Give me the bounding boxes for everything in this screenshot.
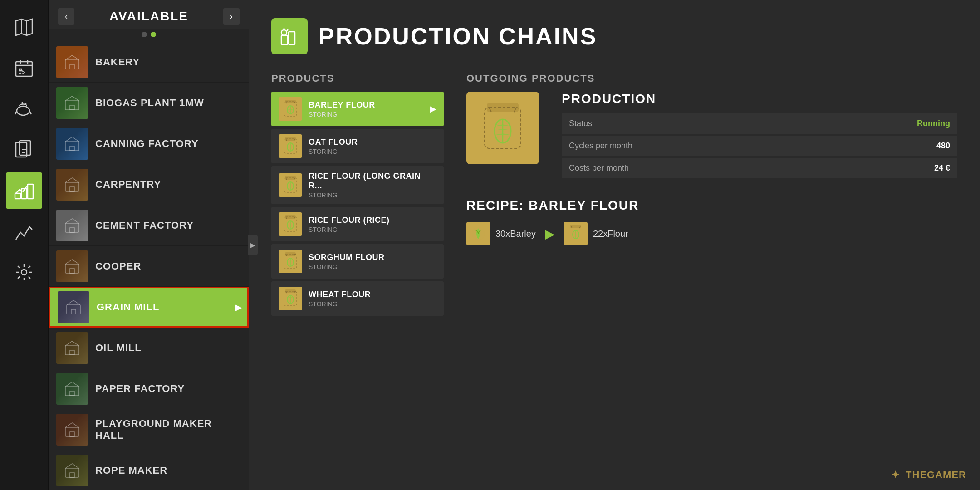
costs-row: Costs per month 24 € <box>562 158 957 178</box>
production-header: PRODUCTION CHAINS <box>271 18 957 54</box>
svg-rect-12 <box>70 105 74 110</box>
product-item-sorghum_flour[interactable]: SORGHUM FLOUR STORING <box>271 244 444 279</box>
product-name-rice_flour_long: RICE FLOUR (LONG GRAIN R... <box>309 172 436 191</box>
outgoing-column: OUTGOING PRODUCTS <box>466 73 957 318</box>
outgoing-label: OUTGOING PRODUCTS <box>466 73 957 84</box>
building-thumb-biogas <box>56 87 88 119</box>
costs-label: Costs per month <box>569 163 629 173</box>
building-name-canning: CANNING FACTORY <box>95 138 199 150</box>
large-product-icon <box>466 92 539 164</box>
recipe-input-qty: 30xBarley <box>495 229 536 239</box>
next-arrow[interactable]: › <box>223 8 240 24</box>
svg-point-2 <box>17 106 29 115</box>
svg-text:15: 15 <box>19 69 25 75</box>
nav-production[interactable] <box>6 172 42 209</box>
building-item-carpentry[interactable]: CARPENTRY ▶ <box>49 164 249 205</box>
building-name-rope: ROPE MAKER <box>95 465 167 476</box>
building-thumb-carpentry <box>56 169 88 201</box>
product-status-wheat_flour: STORING <box>309 300 436 308</box>
product-status-oat_flour: STORING <box>309 148 436 155</box>
building-name-carpentry: CARPENTRY <box>95 179 161 191</box>
building-item-grainmill[interactable]: GRAIN MILL ▶ <box>49 287 249 328</box>
product-status-rice_flour_rice: STORING <box>309 226 436 233</box>
prev-arrow[interactable]: ‹ <box>58 8 74 24</box>
product-name-oat_flour: OAT FLOUR <box>309 137 436 147</box>
building-arrow-grainmill: ▶ <box>235 302 242 313</box>
svg-rect-10 <box>70 64 74 69</box>
svg-rect-31 <box>281 35 288 44</box>
building-thumb-paper <box>56 373 88 405</box>
dot-1 <box>142 32 147 37</box>
watermark-text: THEGAMER <box>906 469 966 480</box>
recipe-output-qty: 22xFlour <box>593 229 628 239</box>
svg-rect-20 <box>70 269 74 273</box>
product-arrow-barley_flour: ▶ <box>430 104 436 114</box>
building-item-biogas[interactable]: BIOGAS PLANT 1MW ▶ <box>49 83 249 123</box>
outgoing-product-display: PRODUCTION Status Running Cycles per mon… <box>466 92 957 180</box>
panel-title: AVAILABLE <box>109 9 188 24</box>
cycles-value: 480 <box>936 141 950 151</box>
product-item-oat_flour[interactable]: OAT FLOUR STORING <box>271 129 444 163</box>
product-info-barley_flour: BARLEY FLOUR STORING <box>309 100 430 118</box>
product-item-wheat_flour[interactable]: WHEAT FLOUR STORING <box>271 281 444 316</box>
building-item-cement[interactable]: CEMENT FACTORY ▶ <box>49 205 249 246</box>
building-name-cooper: COOPER <box>95 260 141 272</box>
product-name-wheat_flour: WHEAT FLOUR <box>309 290 436 299</box>
building-list-panel: ‹ AVAILABLE › BAKERY ▶ <box>49 0 249 490</box>
status-label: Status <box>569 119 592 128</box>
svg-rect-7 <box>28 184 33 199</box>
recipe-ingredient: 30xBarley <box>466 222 536 245</box>
svg-rect-14 <box>70 146 74 151</box>
nav-statistics[interactable] <box>6 213 42 250</box>
product-item-barley_flour[interactable]: BARLEY FLOUR STORING ▶ <box>271 92 444 126</box>
svg-point-8 <box>21 270 27 275</box>
building-item-playground[interactable]: PLAYGROUND MAKER HALL ▶ <box>49 409 249 450</box>
product-icon-oat_flour <box>279 134 302 158</box>
nav-documents[interactable] <box>6 132 42 168</box>
pagination-dots <box>49 29 249 42</box>
building-item-rope[interactable]: ROPE MAKER ▶ <box>49 450 249 490</box>
product-name-rice_flour_rice: RICE FLOUR (RICE) <box>309 216 436 225</box>
building-thumb-grainmill <box>58 291 89 323</box>
product-status-barley_flour: STORING <box>309 111 430 118</box>
product-item-rice_flour_long[interactable]: RICE FLOUR (LONG GRAIN R... STORING <box>271 166 444 204</box>
product-item-rice_flour_rice[interactable]: RICE FLOUR (RICE) STORING <box>271 207 444 241</box>
recipe-output: 22xFlour <box>564 222 628 245</box>
panel-expand-arrow[interactable]: ▶ <box>248 235 258 255</box>
building-thumb-bakery <box>56 46 88 78</box>
product-name-sorghum_flour: SORGHUM FLOUR <box>309 253 436 262</box>
building-name-paper: PAPER FACTORY <box>95 383 185 395</box>
status-row: Status Running <box>562 113 957 134</box>
status-value: Running <box>917 119 950 128</box>
product-info-wheat_flour: WHEAT FLOUR STORING <box>309 290 436 308</box>
nav-livestock[interactable] <box>6 91 42 127</box>
nav-settings[interactable] <box>6 254 42 290</box>
product-icon-sorghum_flour <box>279 250 302 273</box>
svg-rect-5 <box>15 193 20 199</box>
nav-map[interactable] <box>6 9 42 45</box>
building-thumb-cement <box>56 210 88 241</box>
svg-rect-26 <box>70 391 74 396</box>
product-info-oat_flour: OAT FLOUR STORING <box>309 137 436 155</box>
nav-calendar[interactable]: 15 <box>6 50 42 86</box>
content-columns: PRODUCTS BARLEY FLOUR STORING <box>271 73 957 318</box>
building-name-grainmill: GRAIN MILL <box>97 301 159 313</box>
watermark: ✦ THEGAMER <box>891 469 966 481</box>
building-item-paper[interactable]: PAPER FACTORY ▶ <box>49 368 249 409</box>
recipe-arrow: ▶ <box>545 226 555 241</box>
icon-sidebar: 15 <box>0 0 49 490</box>
products-label: PRODUCTS <box>271 73 444 84</box>
building-item-canning[interactable]: CANNING FACTORY ▶ <box>49 123 249 164</box>
recipe-title: RECIPE: BARLEY FLOUR <box>466 198 957 213</box>
costs-value: 24 € <box>934 163 950 173</box>
building-item-bakery[interactable]: BAKERY ▶ <box>49 42 249 83</box>
building-thumb-canning <box>56 128 88 160</box>
product-name-barley_flour: BARLEY FLOUR <box>309 100 430 110</box>
product-info-rice_flour_long: RICE FLOUR (LONG GRAIN R... STORING <box>309 172 436 199</box>
watermark-icon: ✦ <box>891 469 900 481</box>
svg-rect-18 <box>70 228 74 232</box>
building-item-cooper[interactable]: COOPER ▶ <box>49 246 249 287</box>
svg-rect-24 <box>70 350 74 355</box>
building-item-oilmill[interactable]: OIL MILL ▶ <box>49 328 249 368</box>
production-title: PRODUCTION CHAINS <box>318 23 597 50</box>
